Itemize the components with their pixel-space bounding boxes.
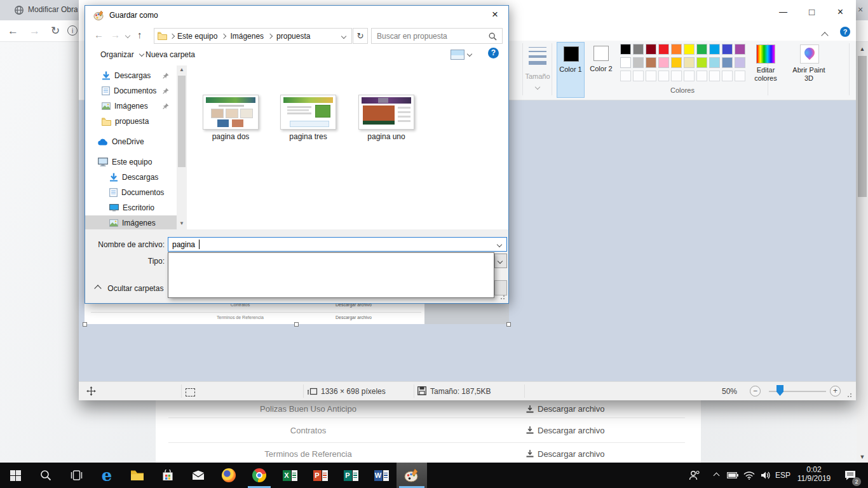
browser-tab-title[interactable]: Modificar Obra/ (28, 5, 78, 14)
refresh-button[interactable]: ↻ (353, 28, 368, 44)
palette-swatch[interactable] (646, 44, 656, 55)
start-button[interactable] (0, 463, 31, 488)
dialog-back-icon[interactable]: ← (94, 27, 104, 43)
file-item-pagina-tres[interactable]: pagina tres (280, 95, 336, 141)
sidebar-item-este-equipo[interactable]: Este equipo (85, 154, 177, 170)
palette-swatch[interactable] (722, 44, 733, 55)
browser-back-icon[interactable]: ← (8, 20, 18, 42)
canvas-resize-handle[interactable] (506, 322, 511, 327)
palette-swatch[interactable] (684, 57, 695, 68)
palette-swatch[interactable] (722, 57, 733, 68)
breadcrumb-item[interactable]: Este equipo (177, 32, 217, 41)
taskbar-excel-button[interactable]: X (275, 463, 305, 488)
dialog-forward-icon[interactable]: → (111, 27, 120, 43)
size-button[interactable]: Tamaño (525, 43, 550, 97)
dialog-close-icon[interactable]: × (492, 8, 498, 21)
zoom-in-button[interactable]: + (830, 386, 841, 396)
help-icon[interactable]: ? (840, 27, 850, 37)
taskbar-publisher-button[interactable]: P (336, 463, 366, 488)
dialog-help-icon[interactable]: ? (488, 48, 499, 58)
task-view-button[interactable] (61, 463, 92, 488)
palette-swatch[interactable] (735, 44, 745, 55)
browser-reload-icon[interactable]: ↻ (51, 20, 60, 42)
organize-menu[interactable]: Organizar (100, 50, 144, 59)
search-box[interactable]: Buscar en propuesta (371, 28, 503, 44)
zoom-out-button[interactable]: − (750, 386, 761, 396)
palette-swatch[interactable] (620, 57, 631, 68)
download-link[interactable]: Descargar archivo (526, 404, 605, 414)
taskbar-store-button[interactable] (153, 463, 183, 488)
sidebar-item-escritorio[interactable]: Escritorio (85, 200, 177, 215)
collapse-ribbon-icon[interactable] (822, 29, 835, 38)
action-center-button[interactable]: 2 (837, 463, 863, 488)
browser-scrollbar-thumb[interactable] (858, 56, 867, 197)
palette-swatch[interactable] (696, 44, 707, 55)
palette-swatch-empty[interactable] (735, 71, 745, 81)
palette-swatch[interactable] (620, 44, 631, 55)
sidebar-item-imagenes[interactable]: Imágenes (85, 98, 177, 114)
palette-swatch[interactable] (709, 44, 720, 55)
minimize-button[interactable]: — (769, 0, 797, 24)
clock[interactable]: 0:02 11/9/2019 (794, 465, 834, 485)
palette-swatch[interactable] (696, 57, 707, 68)
palette-swatch-empty[interactable] (658, 71, 669, 81)
battery-indicator[interactable] (724, 463, 741, 488)
palette-swatch-empty[interactable] (696, 71, 707, 81)
palette-swatch-empty[interactable] (709, 71, 720, 81)
address-bar[interactable]: Este equipo Imágenes propuesta (154, 28, 352, 44)
sidebar-item-imagenes-2[interactable]: Imágenes (85, 215, 177, 229)
taskbar-file-explorer-button[interactable] (122, 463, 153, 488)
sidebar-item-documentos[interactable]: Documentos (85, 83, 177, 98)
new-folder-button[interactable]: Nueva carpeta (146, 50, 195, 59)
breadcrumb-item[interactable]: propuesta (276, 32, 310, 41)
scrollbar-down-icon[interactable]: ▼ (858, 452, 867, 461)
taskbar-search-button[interactable] (31, 463, 61, 488)
taskbar-powerpoint-button[interactable]: P (305, 463, 336, 488)
volume-indicator[interactable] (757, 463, 774, 488)
network-indicator[interactable] (741, 463, 757, 488)
scrollbar-up-icon[interactable]: ▲ (177, 67, 187, 72)
sidebar-item-onedrive[interactable]: OneDrive (85, 134, 177, 149)
open-paint3d-button[interactable]: Abrir Paint 3D (789, 42, 829, 98)
hide-folders-button[interactable]: Ocultar carpetas (95, 284, 163, 293)
breadcrumb-item[interactable]: Imágenes (230, 32, 264, 41)
sidebar-item-descargas[interactable]: Descargas (85, 68, 177, 83)
dialog-up-icon[interactable]: ↑ (137, 27, 142, 43)
taskbar-word-button[interactable]: W (366, 463, 397, 488)
people-button[interactable] (684, 463, 705, 488)
palette-swatch[interactable] (671, 57, 682, 68)
cancelar-button-fragment[interactable] (494, 280, 507, 295)
palette-swatch[interactable] (735, 57, 745, 68)
color1-button[interactable]: Color 1 (557, 42, 585, 98)
download-link[interactable]: Descargar archivo (526, 426, 605, 435)
view-mode-button[interactable] (451, 49, 475, 60)
dialog-resize-grip[interactable] (498, 295, 505, 301)
type-select-fragment[interactable] (494, 254, 507, 268)
taskbar-paint-button[interactable] (397, 463, 427, 488)
palette-swatch-empty[interactable] (633, 71, 644, 81)
taskbar-firefox-button[interactable] (214, 463, 244, 488)
taskbar-chrome-button[interactable] (244, 463, 275, 488)
close-button[interactable]: × (826, 0, 855, 24)
maximize-button[interactable]: □ (797, 0, 826, 24)
sidebar-scrollbar-thumb[interactable] (178, 76, 186, 167)
site-info-icon[interactable]: i (67, 25, 78, 36)
palette-swatch[interactable] (658, 44, 669, 55)
scrollbar-down-icon[interactable]: ▼ (177, 220, 187, 226)
language-indicator[interactable]: ESP (773, 463, 793, 488)
taskbar-edge-button[interactable]: e (92, 463, 122, 488)
palette-swatch-empty[interactable] (671, 71, 682, 81)
sidebar-item-documentos-2[interactable]: Documentos (85, 185, 177, 200)
canvas-resize-handle[interactable] (294, 322, 299, 327)
palette-swatch-empty[interactable] (646, 71, 656, 81)
recent-locations-icon[interactable] (125, 33, 130, 38)
palette-swatch[interactable] (633, 44, 644, 55)
scrollbar-up-icon[interactable]: ▲ (858, 44, 867, 53)
palette-swatch[interactable] (633, 57, 644, 68)
palette-swatch[interactable] (658, 57, 669, 68)
file-item-pagina-uno[interactable]: pagina uno (358, 95, 414, 141)
window-resize-grip[interactable] (845, 393, 851, 398)
canvas-resize-handle[interactable] (83, 322, 87, 327)
file-item-pagina-dos[interactable]: pagina dos (203, 95, 259, 141)
browser-forward-icon[interactable]: → (29, 20, 40, 42)
